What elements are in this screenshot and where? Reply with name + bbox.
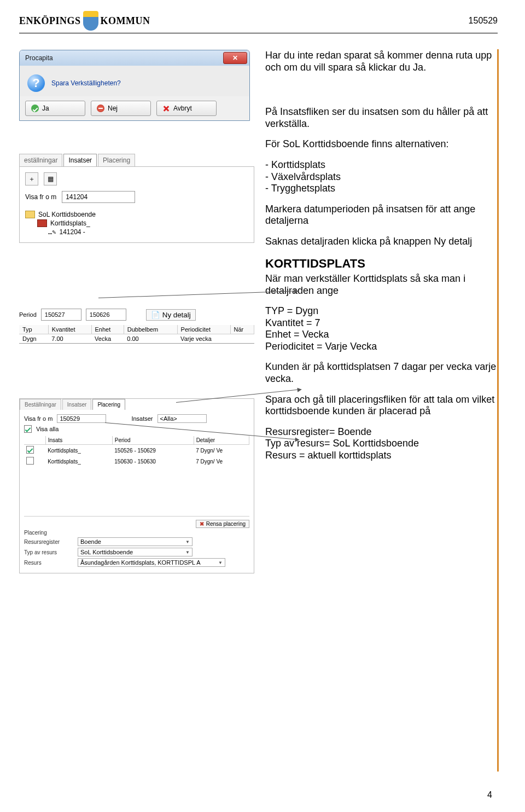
cell-typ: Dygn	[19, 334, 48, 344]
typavresurs-value: SoL Korttidsboende	[80, 549, 133, 555]
detail-icon[interactable]: ▦	[44, 172, 57, 185]
new-detail-label: Ny detalj	[162, 311, 191, 319]
visa-alla-checkbox[interactable]	[24, 425, 32, 433]
visa-from-label: Visa fr o m	[25, 193, 56, 201]
new-detail-button[interactable]: 📄 Ny detalj	[146, 309, 196, 321]
placering-label: Placering	[24, 530, 73, 536]
cell-periodicitet: Varje vecka	[177, 334, 230, 344]
tab-placering[interactable]: Placering	[98, 154, 135, 166]
table-row[interactable]: Korttidsplats_ 150526 - 150629 7 Dygn/ V…	[24, 445, 249, 456]
detail-table: Typ Kvantitet Enhet Dubbelbem Periodicit…	[19, 325, 254, 343]
period-from-input[interactable]: 150527	[41, 309, 81, 321]
plac-visa-label: Visa fr o m	[24, 415, 52, 422]
instruction-p4: Markera datumperioden på insatsen för at…	[265, 204, 498, 227]
plac-th-period: Period	[112, 436, 194, 445]
list-item: TYP = Dygn	[265, 305, 498, 317]
list-item: - Korttidsplats	[265, 159, 498, 171]
plac-tab-bestallningar[interactable]: Beställningar	[20, 399, 61, 410]
procapita-save-dialog: Procapita ✕ ? Spara Verkställigheten? Ja…	[19, 50, 250, 121]
no-button[interactable]: Nej	[91, 101, 151, 116]
resurs-dropdown[interactable]: Åsundagården Korttidsplats, KORTTIDSPL A…	[78, 558, 225, 567]
chevron-down-icon: ▼	[185, 550, 190, 555]
cancel-button-label: Avbryt	[173, 105, 192, 112]
cell-nar	[230, 334, 254, 344]
values-list: TYP = Dygn Kvantitet = 7 Enhet = Vecka P…	[265, 305, 498, 352]
instruction-p2: På Insatsfliken ser du insatsen som du h…	[265, 106, 498, 130]
th-typ: Typ	[19, 325, 48, 334]
tree-child-label[interactable]: Korttidsplats_	[50, 219, 90, 227]
list-item: Resurs = aktuell korttidsplats	[265, 450, 498, 462]
logo-text-left: ENKÖPINGS	[19, 15, 81, 27]
row-checkbox[interactable]	[26, 457, 34, 465]
th-dubbelbem: Dubbelbem	[124, 325, 177, 334]
clear-placering-button[interactable]: ✖ Rensa placering	[196, 520, 249, 528]
resurs-label: Resurs	[24, 560, 73, 566]
crest-icon	[83, 11, 98, 31]
cancel-icon	[162, 105, 170, 112]
tab-insatser[interactable]: Insatser	[63, 154, 97, 166]
instruction-p1: Har du inte redan sparat så kommer denna…	[265, 50, 498, 73]
th-enhet: Enhet	[91, 325, 124, 334]
folder-icon	[37, 219, 47, 227]
chevron-down-icon: ▼	[218, 560, 223, 565]
th-check	[24, 436, 45, 445]
typavresurs-dropdown[interactable]: SoL Korttidsboende ▼	[78, 548, 192, 556]
period-detail-block: Period 150527 150626 📄 Ny detalj Typ Kva…	[19, 309, 254, 344]
header-divider	[19, 33, 498, 33]
yes-button[interactable]: Ja	[25, 101, 85, 116]
cell-enhet: Vecka	[91, 334, 124, 344]
table-row[interactable]: Dygn 7.00 Vecka 0.00 Varje vecka	[19, 334, 254, 344]
tree-leaf-label[interactable]: 141204 -	[59, 228, 85, 236]
period-to-input[interactable]: 150626	[86, 309, 126, 321]
plac-tab-placering[interactable]: Placering	[92, 399, 125, 410]
document-icon: 📄	[151, 311, 160, 319]
resursregister-dropdown[interactable]: Boende ▼	[78, 537, 192, 546]
clear-placering-label: Rensa placering	[206, 521, 246, 527]
list-item: - Växelvårdsplats	[265, 171, 498, 183]
list-item: Typ av resurs= SoL Korttidsboende	[265, 438, 498, 450]
dialog-question: Spara Verkställigheten?	[51, 79, 121, 87]
list-item: Resursregister= Boende	[265, 426, 498, 438]
list-item: - Trygghetsplats	[265, 183, 498, 195]
tab-bestallningar[interactable]: eställningar	[19, 154, 62, 166]
cell-detaljer: 7 Dygn/ Ve	[194, 445, 249, 456]
cell-insats: Korttidsplats_	[45, 456, 112, 467]
instruction-p9: Spara och gå till placeringsfliken för a…	[265, 394, 498, 417]
plac-th-detaljer: Detaljer	[194, 436, 249, 445]
list-item: Kvantitet = 7	[265, 317, 498, 329]
question-icon: ?	[27, 74, 45, 92]
cell-dubbelbem: 0.00	[124, 334, 177, 344]
insats-tree: SoL Korttidsboende Korttidsplats_ …✎ 141…	[25, 211, 248, 236]
plac-tab-insatser[interactable]: Insatser	[62, 399, 92, 410]
resursregister-value: Boende	[80, 538, 101, 545]
visa-from-input[interactable]: 141204	[62, 191, 135, 203]
no-button-label: Nej	[108, 105, 118, 112]
new-icon[interactable]: ＋	[25, 172, 38, 185]
plac-insatser-select[interactable]: <Alla>	[158, 414, 207, 423]
instruction-p8: Kunden är på korttidsplatsen 7 dagar per…	[265, 361, 498, 385]
typavresurs-label: Typ av resurs	[24, 549, 73, 555]
plac-th-insats: Insats	[45, 436, 112, 445]
table-row[interactable]: Korttidsplats_ 150630 - 150630 7 Dygn/ V…	[24, 456, 249, 467]
check-icon	[31, 105, 39, 112]
dialog-title: Procapita	[25, 54, 53, 62]
x-icon: ✖	[200, 521, 204, 527]
plac-insatser-label: Insatser	[131, 415, 153, 422]
cancel-button[interactable]: Avbryt	[156, 101, 217, 116]
instruction-p5: Saknas detaljraden klicka på knappen Ny …	[265, 236, 498, 248]
row-checkbox[interactable]	[26, 446, 34, 454]
resursregister-label: Resursregister	[24, 539, 73, 545]
insatser-panel: eställningar Insatser Placering ＋ ▦ Visa…	[19, 154, 254, 243]
close-icon[interactable]: ✕	[223, 52, 247, 64]
document-date: 150529	[469, 16, 498, 26]
instruction-p6: När man verkställer Korttidsplats så ska…	[265, 273, 498, 297]
th-periodicitet: Periodicitet	[177, 325, 230, 334]
tree-root-label[interactable]: SoL Korttidsboende	[38, 211, 96, 218]
page-number: 4	[487, 790, 492, 800]
instruction-p3: För SoL Korttidsboende finns alternative…	[265, 138, 498, 150]
plac-visa-input[interactable]: 150529	[57, 414, 106, 423]
screenshots-column: Procapita ✕ ? Spara Verkställigheten? Ja…	[19, 50, 254, 573]
resurs-list: Resursregister= Boende Typ av resurs= So…	[265, 426, 498, 462]
cell-insats: Korttidsplats_	[45, 445, 112, 456]
logo-text-right: KOMMUN	[101, 15, 150, 27]
